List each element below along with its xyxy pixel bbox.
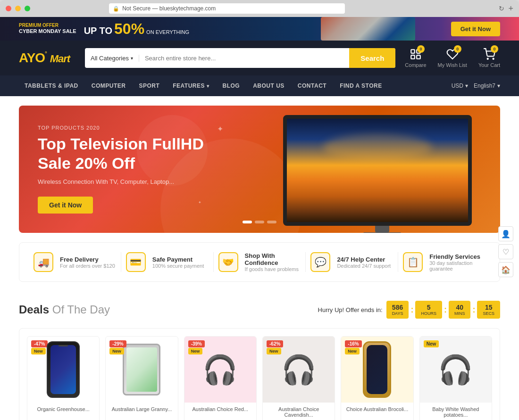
- nav-right: USD ▾ English7 ▾: [452, 82, 500, 89]
- deals-section: Deals Of The Day Hurry Up! Offer ends in…: [0, 291, 519, 420]
- svg-point-4: [487, 58, 488, 59]
- feature-services-title: Friendly Services: [429, 253, 486, 260]
- search-bar: All Categories ▾ Search: [85, 48, 395, 68]
- product-img-1: -47% New: [27, 337, 99, 403]
- product-card-2[interactable]: -29% New Australian Large Granny...: [105, 336, 178, 420]
- cart-badge: 0: [491, 45, 498, 53]
- product-badge-5: -16%: [345, 340, 361, 347]
- product-new-badge-1: New: [31, 348, 46, 354]
- reload-button[interactable]: ↻: [499, 5, 504, 12]
- chevron-down-icon: ▾: [207, 83, 209, 89]
- payment-icon: 💳: [126, 252, 146, 272]
- product-name-6: Baby White Washed potatoes...: [420, 403, 492, 420]
- product-card-6[interactable]: New 🎧 Baby White Washed potatoes...: [419, 336, 492, 420]
- hours-block: 5 HOURS: [415, 301, 442, 319]
- url-bar[interactable]: 🔒 Not Secure — blueskytechmage.com: [109, 3, 345, 14]
- product-img-5: -16% New: [341, 337, 413, 403]
- headphone-green-image: 🎧: [438, 353, 473, 387]
- product-badge-4: -62%: [267, 340, 283, 347]
- promo-cta-button[interactable]: Get it Now: [451, 22, 500, 36]
- deals-title: Deals Of The Day: [19, 303, 110, 316]
- nav-bar: TABBLETS & IPAD COMPUTER SPORT FEATURES …: [0, 75, 519, 96]
- product-badge-2: -29%: [109, 340, 126, 347]
- promo-keyboard-image: [321, 17, 415, 41]
- delivery-icon: 🚚: [33, 252, 53, 272]
- new-tab-button[interactable]: +: [508, 4, 513, 14]
- feature-confidence-title: Shop With Confidence: [245, 252, 301, 266]
- feature-services: 📋 Friendly Services 30 day satisfaction …: [403, 252, 486, 272]
- feature-delivery-desc: For all orders over $120: [60, 263, 115, 269]
- logo-text: AYO°: [19, 50, 47, 65]
- search-input[interactable]: [139, 55, 349, 62]
- feature-payment-title: Safe Payment: [152, 256, 204, 263]
- feature-help: 💬 24/7 Help Center Dedicated 24/7 suppor…: [310, 252, 393, 272]
- compare-icon-group[interactable]: 0 Compare: [405, 48, 426, 68]
- search-button[interactable]: Search: [349, 48, 395, 68]
- nav-item-sport[interactable]: SPORT: [133, 75, 165, 96]
- nav-item-about[interactable]: ABOUT US: [247, 75, 290, 96]
- nav-item-tablets[interactable]: TABBLETS & IPAD: [19, 75, 84, 96]
- product-name-3: Australian Choice Red...: [184, 403, 256, 418]
- header: AYO° Mart All Categories ▾ Search: [0, 41, 519, 75]
- logo[interactable]: AYO° Mart: [19, 50, 75, 66]
- browser-titlebar: 🔒 Not Secure — blueskytechmage.com ↻ +: [0, 0, 519, 17]
- nav-item-store[interactable]: FIND A STORE: [334, 75, 388, 96]
- countdown-label: Hurry Up! Offer ends in:: [318, 306, 383, 313]
- help-icon: 💬: [310, 252, 330, 272]
- product-new-badge-5: New: [345, 348, 360, 354]
- currency-selector[interactable]: USD ▾: [452, 82, 468, 89]
- cart-icon-group[interactable]: 0 Your Cart: [478, 48, 500, 68]
- hero-tv-image: [283, 115, 481, 233]
- category-dropdown[interactable]: All Categories ▾: [85, 55, 139, 62]
- maximize-dot[interactable]: [25, 6, 30, 11]
- promo-label2: CYBER MONDAY SALE: [19, 28, 76, 34]
- mins-block: 40 MINS: [449, 301, 471, 319]
- feature-confidence: 🤝 Shop With Confidence If goods have pro…: [218, 252, 301, 272]
- hero-cta-button[interactable]: Get it Now: [38, 197, 93, 214]
- side-heart-icon[interactable]: ♡: [498, 244, 513, 259]
- tablet-image: [123, 344, 160, 395]
- countdown: Hurry Up! Offer ends in: 586 DAYS : 5 HO…: [318, 301, 500, 319]
- svg-rect-0: [411, 49, 415, 53]
- nav-item-contact[interactable]: CONTACT: [292, 75, 332, 96]
- feature-payment-desc: 100% secure payment: [152, 263, 204, 269]
- cart-label: Your Cart: [478, 62, 500, 68]
- product-img-6: New 🎧: [420, 337, 492, 403]
- product-card-5[interactable]: -16% New Choice Australian Brocoli...: [341, 336, 413, 420]
- product-name-5: Choice Australian Brocoli...: [341, 403, 413, 418]
- language-selector[interactable]: English7 ▾: [474, 82, 500, 89]
- hero-banner: ✦ ✦ ✦ TOP PRODUCTS 2020 Top Television F…: [19, 106, 500, 233]
- promo-on: ON EVERYTHING: [146, 29, 189, 35]
- product-new-badge-2: New: [109, 348, 124, 354]
- product-img-4: -62% New 🎧: [263, 337, 335, 403]
- nav-item-blog[interactable]: BLOG: [217, 75, 246, 96]
- product-card-3[interactable]: -39% New 🎧 Australian Choice Red...: [184, 336, 257, 420]
- feature-delivery: 🚚 Free Delivery For all orders over $120: [33, 252, 116, 272]
- promo-upto: UP TO: [84, 25, 112, 36]
- minimize-dot[interactable]: [15, 6, 21, 11]
- hero-carousel-dots: [243, 221, 276, 223]
- wishlist-label: My Wish List: [438, 62, 467, 68]
- compare-badge: 0: [417, 45, 425, 53]
- product-new-badge-3: New: [188, 348, 203, 354]
- product-img-3: -39% New 🎧: [184, 337, 256, 403]
- side-user-icon[interactable]: 👤: [498, 226, 513, 241]
- hero-dot-3[interactable]: [267, 221, 276, 223]
- wishlist-icon-group[interactable]: 0 My Wish List: [438, 48, 467, 68]
- product-card-1[interactable]: -47% New Organic Greenhouse...: [27, 336, 100, 420]
- promo-label1: PREMIUM OFFER: [19, 23, 76, 28]
- hero-dot-1[interactable]: [243, 221, 252, 223]
- chevron-down-icon: ▾: [465, 82, 468, 89]
- headphone-brown-image: 🎧: [281, 353, 317, 387]
- product-name-1: Organic Greenhouse...: [27, 403, 99, 418]
- hero-dot-2[interactable]: [255, 221, 264, 223]
- nav-item-computer[interactable]: COMPUTER: [86, 75, 132, 96]
- products-grid: -47% New Organic Greenhouse... -29% New: [19, 328, 500, 420]
- promo-percent: 50%: [114, 20, 144, 38]
- close-dot[interactable]: [6, 6, 11, 11]
- side-home-icon[interactable]: 🏠: [498, 262, 513, 277]
- feature-payment: 💳 Safe Payment 100% secure payment: [126, 252, 209, 272]
- nav-item-features[interactable]: FEATURES ▾: [167, 75, 215, 96]
- chevron-down-icon: ▾: [497, 82, 500, 89]
- product-card-4[interactable]: -62% New 🎧 Australian Choice Cavendish..…: [262, 336, 335, 420]
